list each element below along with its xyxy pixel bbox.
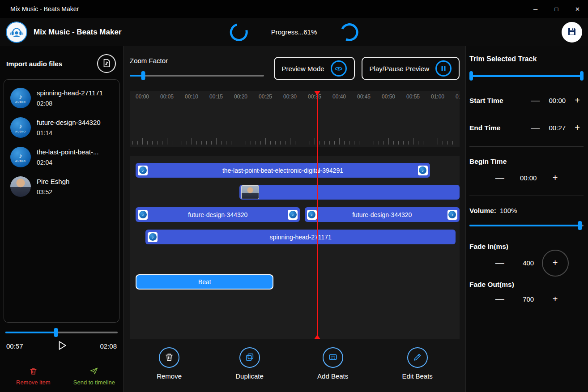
ruler-tick	[226, 141, 226, 145]
ruler-tick	[324, 141, 325, 145]
ruler-tick	[329, 141, 330, 145]
list-item[interactable]: Pire Eshgh03:52	[8, 172, 115, 201]
track-area[interactable]: ♪the-last-point-beat-electronic-digital-…	[130, 156, 460, 339]
audio-file-icon: ♪AUDIO	[10, 147, 31, 167]
fade-in-increase-button[interactable]: +	[549, 257, 562, 269]
ruler-tick	[241, 138, 241, 145]
maximize-button[interactable]: □	[546, 0, 567, 18]
volume-slider-handle[interactable]	[578, 221, 582, 230]
ruler-tick	[167, 138, 167, 145]
player-slider[interactable]	[5, 328, 118, 337]
duplicate-button[interactable]: Duplicate	[235, 347, 264, 380]
remove-item-button[interactable]: Remove item	[16, 367, 51, 386]
zoom-slider[interactable]	[130, 71, 264, 80]
ruler-tick	[369, 141, 369, 145]
pencil-icon	[413, 352, 422, 363]
zoom-slider-track	[130, 75, 264, 77]
zoom-factor-label: Zoom Factor	[130, 57, 264, 64]
send-to-timeline-button[interactable]: Send to timeline	[73, 366, 115, 386]
volume-slider[interactable]	[469, 221, 584, 230]
maximize-icon: □	[555, 6, 558, 13]
audio-badge-icon: ♪	[288, 210, 298, 220]
clip-label: the-last-point-beat-electronic-digital-3…	[209, 167, 357, 174]
progress-group: Progress...61%	[230, 23, 358, 41]
fade-out-value: 700	[514, 295, 543, 303]
zoom-slider-handle[interactable]	[141, 71, 145, 80]
toolbar-button-label: Edit Beats	[402, 372, 433, 380]
remove-button[interactable]: Remove	[157, 347, 182, 380]
play-button[interactable]	[56, 340, 68, 353]
ruler-tick	[231, 141, 231, 145]
import-audio-button[interactable]	[97, 54, 116, 73]
minimize-icon: ─	[533, 6, 537, 13]
avatar	[10, 176, 31, 197]
fade-in-decrease-button[interactable]: —	[492, 257, 508, 269]
volume-row: Volume: 100%	[469, 207, 584, 215]
begin-time-decrease-button[interactable]: —	[492, 172, 508, 184]
fade-out-decrease-button[interactable]: —	[492, 293, 508, 305]
send-to-timeline-label: Send to timeline	[73, 379, 115, 386]
begin-time-increase-button[interactable]: +	[549, 172, 562, 184]
list-item[interactable]: ♪AUDIOfuture-design-34432001:14	[8, 113, 115, 142]
add-beats-button[interactable]: Add Beats	[317, 347, 348, 380]
header: Mix Music - Beats Maker Progress...61%	[0, 18, 588, 46]
ruler-tick	[310, 141, 310, 145]
audio-badge-icon: ♪	[418, 166, 428, 175]
toolbar-button-label: Add Beats	[317, 372, 348, 380]
ruler-time-label: 00:15	[209, 94, 223, 100]
close-icon: ✕	[575, 6, 580, 13]
fade-out-increase-button[interactable]: +	[549, 293, 562, 305]
ruler-time-label: 00:40	[332, 94, 346, 100]
preview-mode-button[interactable]: Preview Mode	[274, 57, 355, 80]
player-slider-handle[interactable]	[54, 328, 58, 337]
ruler-time-label: 00:45	[357, 94, 371, 100]
trim-start-handle[interactable]	[469, 71, 473, 81]
timeline-ruler[interactable]: 00:0000:0500:1000:1500:2000:2500:3000:35…	[130, 91, 460, 147]
track-clip[interactable]: ♪future-design-344320♪	[305, 207, 460, 222]
track-clip[interactable]: ♪the-last-point-beat-electronic-digital-…	[136, 163, 430, 178]
track-clip[interactable]	[239, 185, 460, 200]
start-time-value: 00:00	[543, 97, 571, 104]
ruler-tick	[285, 141, 285, 145]
track-clip[interactable]: ♪spinning-head-271171	[145, 230, 456, 244]
player-current-time: 00:57	[6, 342, 23, 350]
ruler-tick	[182, 141, 182, 145]
eye-icon	[331, 60, 347, 77]
start-time-decrease-button[interactable]: —	[527, 94, 543, 107]
start-time-increase-button[interactable]: +	[571, 94, 584, 107]
list-item[interactable]: ♪AUDIOthe-last-point-beat-...02:04	[8, 142, 115, 172]
playhead[interactable]	[317, 91, 318, 339]
minus-icon: —	[531, 123, 540, 132]
ruler-tick	[364, 138, 364, 145]
edit-beats-button[interactable]: Edit Beats	[402, 347, 433, 380]
end-time-value: 00:27	[543, 124, 571, 132]
close-button[interactable]: ✕	[567, 0, 588, 18]
ruler-tick	[349, 141, 349, 145]
app-title: Mix Music - Beats Maker	[34, 28, 122, 37]
ruler-tick	[359, 141, 359, 145]
save-button[interactable]	[562, 22, 582, 43]
trim-range-slider[interactable]	[469, 70, 584, 81]
trim-end-handle[interactable]	[580, 71, 584, 81]
play-pause-preview-button[interactable]: Play/Pause Preview	[362, 57, 460, 80]
minus-icon: —	[495, 258, 504, 268]
main-area: Zoom Factor Preview Mode	[124, 46, 465, 392]
volume-label: Volume:	[469, 207, 496, 215]
fade-in-row: — 400 +	[469, 257, 584, 269]
beat-clip[interactable]: Beat	[136, 274, 273, 290]
end-time-increase-button[interactable]: +	[571, 122, 584, 134]
track-clip[interactable]: ♪future-design-344320♪	[136, 207, 300, 222]
ruler-tick	[295, 141, 295, 145]
photo-thumbnail	[241, 185, 259, 199]
ruler-tick	[334, 141, 335, 145]
sidebar: Import audio files ♪AUDIOspinning-head-2…	[0, 46, 124, 392]
ruler-tick	[305, 141, 305, 145]
import-file-icon	[102, 58, 111, 69]
begin-time-value: 00:00	[514, 174, 543, 182]
clip-label: future-design-344320	[175, 211, 261, 218]
list-item[interactable]: ♪AUDIOspinning-head-27117102:08	[8, 83, 115, 113]
trash-icon	[29, 367, 38, 377]
minus-icon: —	[495, 294, 504, 304]
minimize-button[interactable]: ─	[525, 0, 546, 18]
end-time-decrease-button[interactable]: —	[527, 122, 543, 134]
